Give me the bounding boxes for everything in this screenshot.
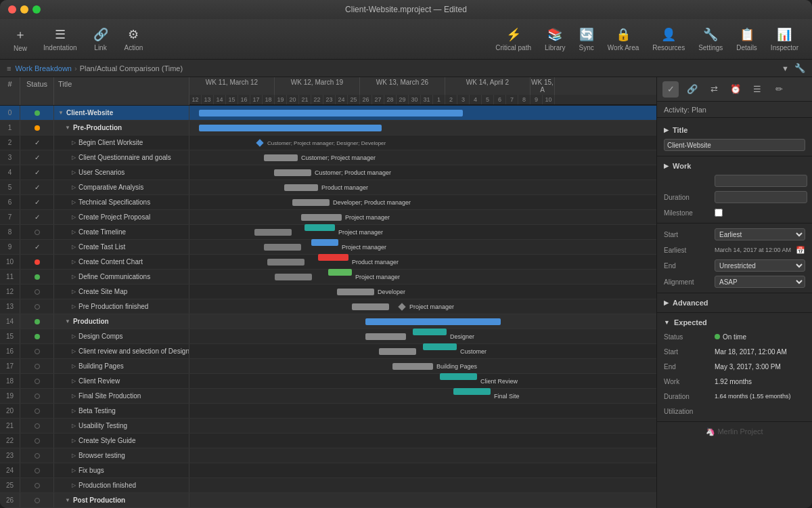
day-17: 17 [250, 95, 263, 104]
section-header-expected[interactable]: ▼ Expected [657, 316, 812, 329]
table-row[interactable]: 4 ✓ ▷User Scenarios Customer; Product ma… [0, 165, 656, 180]
cell-num-6: 6 [0, 195, 20, 209]
inspector-button[interactable]: 📊 Inspector [765, 24, 804, 54]
expand-icon: ▷ [72, 169, 76, 175]
bar-label: Product manager [352, 259, 399, 266]
table-row[interactable]: 16 ▷Client review and selection of Desig… [0, 344, 656, 359]
inspector-tab-link[interactable]: 🔗 [684, 81, 700, 98]
table-row[interactable]: 19 ▷Final Site Production Final Site [0, 389, 656, 404]
minimize-button[interactable] [20, 5, 28, 14]
inspector-tab-alarm[interactable]: ⏰ [727, 81, 744, 98]
table-row[interactable]: 24 ▷Fix bugs [0, 463, 656, 478]
close-button[interactable] [8, 5, 16, 14]
table-row[interactable]: 7 ✓ ▷Create Project Proposal Project man… [0, 210, 656, 225]
work-area-button[interactable]: 🔒 Work Area [602, 24, 645, 54]
table-row[interactable]: 18 ▷Client Review Client Review [0, 374, 656, 389]
table-row[interactable]: 6 ✓ ▷Technical Specifications Developer;… [0, 195, 656, 210]
inspector-row-milestone: Milestone [657, 205, 812, 220]
on-time-text: On time [723, 333, 746, 341]
milestone-label: Milestone [664, 209, 715, 217]
start-select[interactable]: Earliest [715, 228, 805, 240]
cell-bar-8: Project manager [189, 225, 656, 239]
cell-title-9: ▷Create Tast List [54, 240, 189, 254]
table-row[interactable]: 22 ▷Create Style Guide [0, 433, 656, 448]
table-row[interactable]: 11 ▷Define Communications Project manage… [0, 270, 656, 284]
critical-path-button[interactable]: ⚡ Critical path [490, 24, 537, 54]
table-row[interactable]: 25 ▷Production finished [0, 478, 656, 493]
table-row[interactable]: 17 ▷Building Pages Building Pages [0, 359, 656, 374]
action-button[interactable]: ⚙ Action [119, 24, 149, 54]
exp-end-label: End [664, 363, 715, 371]
main-area: # Status Title WK 11, March 12 WK 12, Ma… [0, 77, 812, 508]
zoom-button[interactable] [32, 5, 41, 14]
table-row[interactable]: 8 ▷Create Timeline Project manager [0, 225, 656, 240]
title-input[interactable] [664, 139, 805, 151]
table-row[interactable]: 1 ▼Pre-Production [0, 121, 656, 135]
bar-label: Project manager [409, 303, 454, 310]
breadcrumb-item-1[interactable]: Work Breakdown [15, 64, 72, 72]
cell-status-22 [20, 433, 54, 448]
cell-status-12 [20, 284, 54, 299]
calendar-icon[interactable]: 📅 [796, 246, 805, 255]
table-row[interactable]: 21 ▷Usability Testing [0, 419, 656, 433]
day-24: 24 [336, 95, 348, 104]
cell-num-15: 15 [0, 329, 20, 343]
table-row[interactable]: 12 ▷Create Site Map Developer [0, 284, 656, 299]
table-row[interactable]: 5 ✓ ▷Comparative Analysis Product manage… [0, 180, 656, 195]
table-row[interactable]: 15 ▷Design Comps Designer [0, 329, 656, 344]
expand-icon: ▷ [72, 393, 76, 399]
end-select[interactable]: Unrestricted [715, 259, 805, 272]
gantt-bar [199, 125, 382, 131]
alignment-select[interactable]: ASAP [715, 276, 805, 288]
cell-title-0: ▼Client-Website [54, 106, 189, 120]
new-button[interactable]: ＋ New [8, 24, 32, 55]
expand-icon: ▼ [65, 125, 70, 131]
gantt-bar [292, 199, 330, 206]
milestone-checkbox[interactable] [715, 209, 723, 217]
earliest-value: March 14, 2017 at 12:00 AM [715, 247, 794, 253]
table-row[interactable]: 0 ▼Client-Website [0, 106, 656, 121]
cell-status-7: ✓ [20, 210, 54, 224]
cell-status-0 [20, 106, 54, 120]
table-row[interactable]: 14 ▼Production [0, 314, 656, 329]
cell-bar-26 [189, 493, 656, 507]
link-button[interactable]: 🔗 Link [88, 24, 114, 54]
section-header-advanced[interactable]: ▶ Advanced [657, 296, 812, 310]
day-14: 14 [214, 95, 226, 104]
bar-label: Customer; Project manager [301, 154, 376, 161]
cell-title-5: ▷Comparative Analysis [54, 180, 189, 194]
inspector-toolbar: ✓ 🔗 ⇄ ⏰ ☰ ✏ [657, 77, 812, 102]
sync-button[interactable]: 🔄 Sync [574, 24, 600, 54]
table-row[interactable]: 13 ▷Pre Production finished Project mana… [0, 299, 656, 314]
gantt-body[interactable]: 0 ▼Client-Website 1 ▼Pre-Production [0, 106, 656, 508]
table-row[interactable]: 26 ▼Post Production [0, 493, 656, 508]
inspector-tab-calendar[interactable]: ⇄ [706, 81, 722, 98]
cell-bar-2: Customer; Project manager; Designer; Dev… [189, 135, 656, 150]
table-row[interactable]: 23 ▷Browser testing [0, 448, 656, 463]
filter-icon[interactable]: ▼ [782, 64, 789, 72]
section-header-work[interactable]: ▶ Work [657, 159, 812, 173]
cell-title-2: ▷Begin Client Worksite [54, 135, 189, 150]
table-row[interactable]: 10 ▷Create Content Chart Product manager [0, 255, 656, 270]
table-row[interactable]: 2 ✓ ▷Begin Client Worksite Customer; Pro… [0, 135, 656, 150]
section-header-title[interactable]: ▶ Title [657, 123, 812, 137]
indentation-button[interactable]: ☰ Indentation [38, 24, 83, 54]
gantt-bar-actual [423, 343, 457, 350]
wrench-icon[interactable]: 🔧 [794, 63, 805, 73]
inspector-tab-edit[interactable]: ✏ [771, 81, 787, 98]
expand-icon: ▷ [72, 423, 76, 429]
table-row[interactable]: 3 ✓ ▷Client Questionnaire and goals Cust… [0, 150, 656, 165]
settings-button[interactable]: 🔧 Settings [693, 24, 728, 54]
cell-status-5: ✓ [20, 180, 54, 194]
cell-bar-5: Product manager [189, 180, 656, 194]
duration-input[interactable] [715, 191, 807, 203]
table-row[interactable]: 20 ▷Beta Testing [0, 404, 656, 419]
inspector-tab-info[interactable]: ✓ [662, 81, 679, 98]
cell-bar-22 [189, 433, 656, 448]
inspector-tab-list[interactable]: ☰ [749, 81, 765, 98]
resources-button[interactable]: 👤 Resources [647, 24, 690, 54]
details-button[interactable]: 📋 Details [731, 24, 763, 54]
table-row[interactable]: 9 ✓ ▷Create Tast List Project manager [0, 240, 656, 255]
work-input[interactable] [715, 175, 807, 187]
library-button[interactable]: 📚 Library [539, 24, 571, 54]
